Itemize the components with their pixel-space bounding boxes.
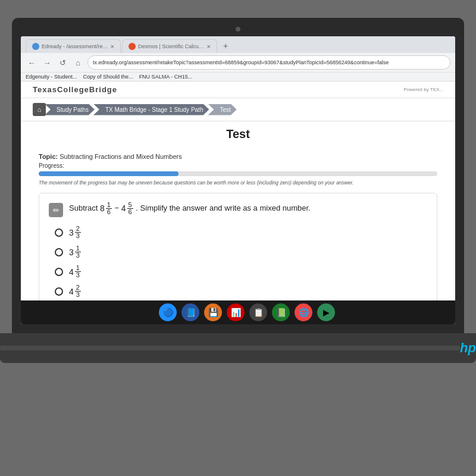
answer-option-b[interactable]: 3 1 3 [55,245,427,259]
tab-favicon-2 [129,43,136,50]
topic-label: Topic: Subtracting Fractions and Mixed N… [39,153,437,160]
opt-c-whole: 4 [69,267,74,277]
radio-b[interactable] [55,248,63,256]
taskbar-icon-5[interactable]: 📋 [249,303,267,321]
option-b-mixed: 3 1 3 [69,245,82,259]
opt-d-whole: 4 [69,287,74,296]
radio-d[interactable] [55,287,63,296]
browser-chrome: Edready - /assessment/retakeTo × Desmos … [21,36,455,82]
radio-c[interactable] [55,268,63,276]
breadcrumb-label-2: TX Math Bridge - Stage 1 Study Path [105,107,203,113]
topic-prefix: Topic: [39,153,58,160]
breadcrumb-label-3: Test [220,107,230,113]
laptop-base-band [0,346,460,350]
tab-label-2: Desmos | Scientific Calculator [138,43,205,49]
question-text: Subtract 8 1 6 − [69,202,311,215]
opt-b-den: 3 [75,252,81,259]
tab-inactive-1[interactable]: Edready - /assessment/retakeTo × [26,39,121,53]
bookmark-3[interactable]: FNU SALMA - CH15... [139,74,193,80]
progress-label: Progress: [39,162,437,169]
opt-b-whole: 3 [69,248,74,257]
whole-2: 4 [121,202,126,215]
option-text-c: 4 1 3 [69,265,82,278]
taskbar-icon-4[interactable]: 📊 [227,303,245,321]
refresh-button[interactable]: ↺ [57,57,68,68]
taskbar-icon-play[interactable]: ▶ [317,303,335,321]
forward-button[interactable]: → [41,57,53,68]
progress-note: The movement of the progress bar may be … [39,180,437,186]
browser-tabs: Edready - /assessment/retakeTo × Desmos … [21,36,455,53]
new-tab-button[interactable]: + [218,39,233,53]
laptop-bezel: Edready - /assessment/retakeTo × Desmos … [12,18,464,333]
opt-d-fraction: 2 3 [75,284,81,298]
opt-a-fraction: 2 3 [75,226,81,239]
site-logo: TexasCollegeBridge [33,85,117,94]
instruction-prefix: Subtract [69,203,98,212]
bookmarks-bar: Edgenuity - Student... Copy of Should th… [21,72,455,81]
site-header: TexasCollegeBridge Powered by TEX... [21,82,455,98]
fraction-1: 1 6 [106,202,112,215]
breadcrumb-home[interactable]: ⌂ [33,103,46,116]
mixed-number-1: 8 1 6 [100,202,112,215]
answer-option-d[interactable]: 4 2 3 [55,284,427,298]
opt-d-den: 3 [75,292,81,298]
laptop-bottom: hp [0,333,476,363]
hp-logo: hp [460,340,476,356]
topic-text: Subtracting Fractions and Mixed Numbers [60,153,181,160]
opt-c-fraction: 1 3 [75,265,81,278]
page-content: TexasCollegeBridge Powered by TEX... ⌂ S… [21,82,455,300]
laptop-screen: Edready - /assessment/retakeTo × Desmos … [21,36,455,324]
opt-a-den: 3 [75,233,81,239]
page-title-section: Test [21,121,455,147]
powered-by: Powered by TEX... [403,87,443,92]
answer-options: 3 2 3 [49,226,427,298]
home-button[interactable]: ⌂ [72,57,84,68]
fraction-2: 5 6 [127,202,133,215]
tab-close-1[interactable]: × [111,43,114,50]
option-a-mixed: 3 2 3 [69,226,82,239]
tab-favicon-1 [32,43,39,50]
option-text-a: 3 2 3 [69,226,82,239]
instruction-suffix: . Simplify the answer and write as a mix… [136,203,310,212]
progress-bar-fill [39,171,178,176]
denominator-2: 6 [127,209,133,215]
taskbar-icon-3[interactable]: 💾 [204,303,222,321]
answer-option-c[interactable]: 4 1 3 [55,265,427,278]
option-text-b: 3 1 3 [69,245,82,259]
question-header: ✏ Subtract 8 1 6 − [49,202,427,217]
denominator-1: 6 [106,209,112,215]
mixed-number-2: 4 5 6 [121,202,134,215]
taskbar-icon-6[interactable]: 📗 [272,303,290,321]
taskbar: 🔵 📘 💾 📊 📋 📗 🌐 ▶ [21,300,455,324]
progress-bar-container [39,171,437,176]
address-text: tx.edready.org/assessment/retakeTopic?as… [93,60,389,65]
radio-a[interactable] [55,228,63,237]
tab-inactive-2[interactable]: Desmos | Scientific Calculator × [122,39,217,53]
laptop-camera [236,27,240,32]
answer-option-a[interactable]: 3 2 3 [55,226,427,239]
opt-c-den: 3 [75,272,81,278]
home-icon: ⌂ [37,106,42,113]
breadcrumb-study-paths[interactable]: Study Paths [45,104,95,115]
bookmark-2[interactable]: Copy of Should the... [83,74,133,80]
breadcrumb-tx-math[interactable]: TX Math Bridge - Stage 1 Study Path [93,104,209,115]
page-title: Test [27,127,449,141]
breadcrumb-test[interactable]: Test [208,104,236,115]
pencil-icon: ✏ [49,203,63,217]
taskbar-icon-2[interactable]: 📘 [181,303,199,321]
option-d-mixed: 4 2 3 [69,284,82,298]
breadcrumb: ⌂ Study Paths TX Math Bridge - Stage 1 S… [21,98,455,121]
whole-1: 8 [100,202,105,215]
breadcrumb-label-1: Study Paths [57,107,89,113]
tab-close-2[interactable]: × [207,43,211,50]
tab-label-1: Edready - /assessment/retakeTo [42,43,108,49]
taskbar-icon-chrome[interactable]: 🌐 [295,303,312,321]
opt-b-fraction: 1 3 [75,245,81,259]
question-box: ✏ Subtract 8 1 6 − [39,193,437,300]
address-bar[interactable]: tx.edready.org/assessment/retakeTopic?as… [87,55,450,70]
operator: − [115,203,121,212]
taskbar-icon-1[interactable]: 🔵 [159,303,177,321]
browser-nav: ← → ↺ ⌂ tx.edready.org/assessment/retake… [21,53,455,72]
bookmark-1[interactable]: Edgenuity - Student... [26,74,77,80]
back-button[interactable]: ← [26,57,37,68]
